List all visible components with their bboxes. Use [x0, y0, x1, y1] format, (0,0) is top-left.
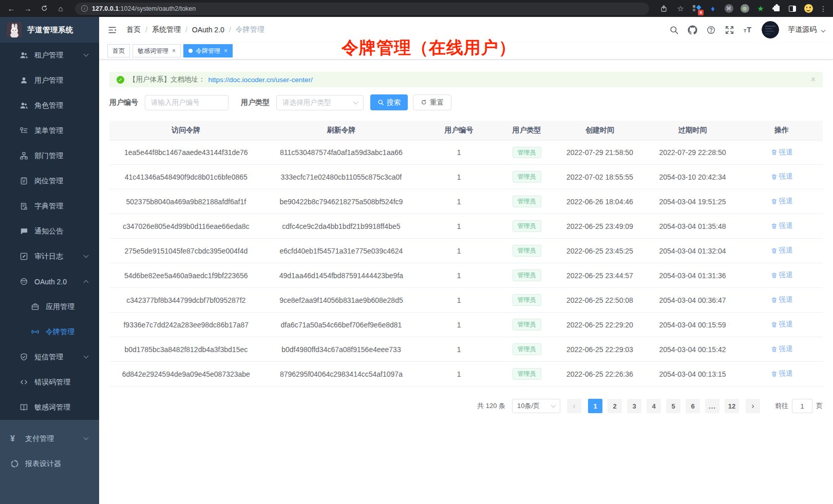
sidebar-item-menu[interactable]: 菜单管理 — [0, 118, 99, 143]
sidebar-item-report-designer[interactable]: 报表设计器 — [0, 451, 99, 476]
alert-text: 【用户体系】文档地址： — [129, 75, 205, 84]
sidepanel-icon[interactable] — [788, 4, 797, 13]
profile-avatar-icon[interactable] — [804, 4, 813, 13]
sidebar-item-label: 部门管理 — [34, 151, 63, 161]
trash-icon — [771, 223, 778, 229]
table-row: 41c41346a548490f9dc8b01c6bfe0865333ecfc7… — [109, 165, 823, 189]
breadcrumb-item[interactable]: 首页 — [126, 25, 141, 34]
chevron-down-icon — [551, 403, 556, 408]
goto-page-input[interactable] — [792, 399, 812, 413]
force-logout-button[interactable]: 强退 — [771, 221, 793, 230]
force-logout-button[interactable]: 强退 — [771, 344, 793, 354]
page-button-3[interactable]: 3 — [627, 399, 641, 413]
doc-link[interactable]: https://doc.iocoder.cn/user-center/ — [209, 76, 313, 84]
puzzle-extension-icon[interactable] — [772, 4, 781, 13]
sidebar-item-post[interactable]: 岗位管理 — [0, 168, 99, 193]
prev-page-button[interactable]: ‹ — [567, 399, 581, 413]
force-logout-button[interactable]: 强退 — [771, 320, 793, 329]
tab-home[interactable]: 首页 — [107, 44, 130, 57]
page-button-1[interactable]: 1 — [588, 399, 602, 413]
sidebar-item-sms[interactable]: 短信管理 — [0, 344, 99, 370]
breadcrumb-item[interactable]: OAuth 2.0 — [192, 26, 224, 34]
app-logo[interactable]: 芋道管理系统 — [0, 17, 99, 43]
force-logout-button[interactable]: 强退 — [771, 246, 793, 255]
tab-close-icon[interactable]: × — [172, 47, 176, 54]
record-extension-icon[interactable] — [740, 4, 749, 13]
font-size-icon[interactable]: TT — [743, 25, 753, 35]
alert-close-icon[interactable]: × — [811, 75, 816, 84]
sidebar-item-user[interactable]: 用户管理 — [0, 68, 99, 93]
expire-time-cell: 2054-03-10 20:42:34 — [645, 173, 741, 181]
sidebar-item-tenant[interactable]: 租户管理 — [0, 43, 99, 68]
force-logout-label: 强退 — [779, 369, 793, 378]
reload-icon[interactable] — [39, 5, 49, 12]
sidebar-item-notice[interactable]: 通知公告 — [0, 219, 99, 244]
home-icon[interactable]: ⌂ — [55, 4, 66, 13]
fullscreen-icon[interactable] — [725, 25, 734, 35]
next-page-button[interactable]: › — [746, 399, 760, 413]
command-extension-icon[interactable]: ⌘ — [724, 4, 733, 13]
sidebar-item-error-code[interactable]: 错误码管理 — [0, 370, 99, 395]
extension-grid-icon[interactable]: 9 — [692, 4, 702, 13]
user-id-cell: 1 — [420, 148, 498, 157]
refresh-token-cell: 8796295f04064c2983414cc54af1097a — [263, 370, 420, 378]
sidebar-fold-icon[interactable] — [107, 25, 117, 35]
trash-icon — [771, 173, 778, 180]
sidebar-item-oauth2[interactable]: OAuth 2.0 — [0, 269, 99, 294]
share-icon[interactable] — [658, 5, 669, 12]
page-info-icon[interactable]: i — [81, 5, 88, 12]
force-logout-button[interactable]: 强退 — [771, 197, 793, 206]
user-id-input[interactable] — [145, 95, 229, 110]
sidebar-item-label: 用户管理 — [34, 76, 63, 85]
username[interactable]: 芋道源码 — [788, 25, 817, 34]
tab-sensitive-word[interactable]: 敏感词管理× — [132, 44, 181, 57]
sidebar: 芋道管理系统 租户管理用户管理角色管理菜单管理部门管理岗位管理字典管理通知公告审… — [0, 17, 99, 504]
page-size-select[interactable]: 10条/页 — [512, 399, 560, 413]
help-icon[interactable] — [706, 25, 716, 35]
search-button[interactable]: 搜索 — [370, 94, 408, 110]
github-icon[interactable] — [688, 25, 697, 35]
sidebar-item-role[interactable]: 角色管理 — [0, 93, 99, 118]
tab-oauth2-token[interactable]: 令牌管理× — [183, 44, 233, 57]
column-header: 用户编号 — [420, 126, 498, 135]
force-logout-button[interactable]: 强退 — [771, 270, 793, 280]
access-token-cell: c347026e805e4d99b0d116eae66eda8c — [109, 222, 263, 230]
breadcrumb-item[interactable]: 系统管理 — [152, 25, 181, 34]
bookmark-star-icon[interactable]: ☆ — [675, 4, 686, 13]
sidebar-item-oauth2-token[interactable]: 令牌管理 — [0, 319, 99, 344]
force-logout-button[interactable]: 强退 — [771, 148, 793, 157]
sidebar-item-sensitive-word[interactable]: 敏感词管理 — [0, 395, 99, 420]
forward-icon[interactable]: → — [23, 4, 33, 13]
user-type-tag: 管理员 — [513, 171, 541, 182]
sidebar-item-audit-log[interactable]: 审计日志 — [0, 244, 99, 269]
sidebar-item-oauth2-app[interactable]: 应用管理 — [0, 294, 99, 319]
user-type-select[interactable]: 请选择用户类型 — [276, 95, 364, 110]
search-icon[interactable] — [669, 25, 679, 35]
gem-extension-icon[interactable]: ♦ — [708, 4, 717, 13]
page-button-5[interactable]: 5 — [666, 399, 680, 413]
page-button-4[interactable]: 4 — [647, 399, 661, 413]
force-logout-button[interactable]: 强退 — [771, 369, 793, 378]
column-header: 操作 — [741, 126, 823, 135]
page-button-12[interactable]: 12 — [725, 399, 739, 413]
star-extension-icon[interactable]: ★ — [756, 4, 765, 13]
page-button-2[interactable]: 2 — [608, 399, 622, 413]
tab-close-icon[interactable]: × — [224, 47, 228, 54]
force-logout-button[interactable]: 强退 — [771, 172, 793, 181]
action-cell: 强退 — [741, 320, 823, 329]
user-avatar[interactable] — [762, 21, 779, 38]
url-bar[interactable]: i 127.0.0.1:1024/system/oauth2/token — [75, 3, 649, 15]
sidebar-item-dict[interactable]: 字典管理 — [0, 193, 99, 219]
reset-button[interactable]: 重置 — [413, 94, 451, 110]
pager-more-icon[interactable]: ... — [705, 399, 720, 413]
browser-menu-icon[interactable]: ⋮ — [820, 5, 827, 13]
page-button-6[interactable]: 6 — [686, 399, 700, 413]
back-icon[interactable]: ← — [6, 4, 16, 13]
force-logout-button[interactable]: 强退 — [771, 295, 793, 304]
sidebar-item-pay[interactable]: ¥支付管理 — [0, 426, 99, 451]
chevron-down-icon[interactable] — [821, 28, 825, 32]
expire-time-cell: 2054-03-04 01:32:04 — [645, 247, 741, 255]
access-token-cell: 502375b8040a469a9b82188afdf6af1f — [109, 198, 263, 206]
sidebar-item-dept[interactable]: 部门管理 — [0, 143, 99, 168]
tab-label: 令牌管理 — [196, 47, 220, 55]
